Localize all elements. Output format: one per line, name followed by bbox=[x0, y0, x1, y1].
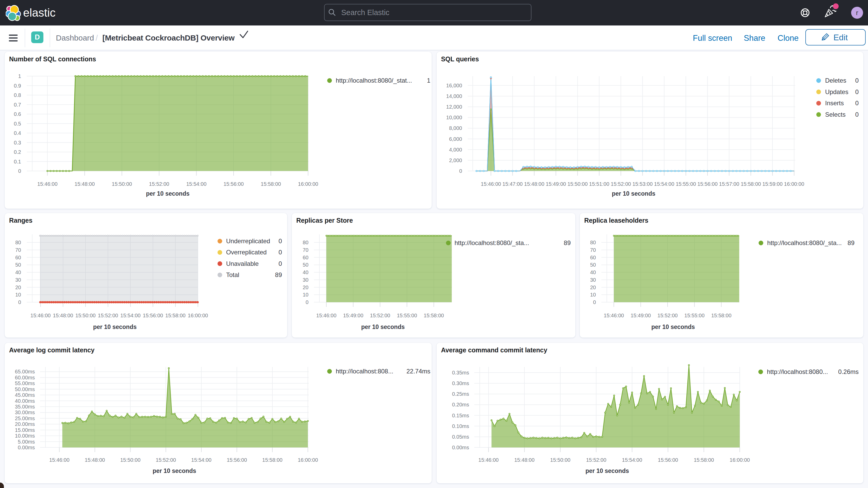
svg-text:15:50:00: 15:50:00 bbox=[550, 457, 570, 463]
svg-text:16:00:00: 16:00:00 bbox=[298, 181, 318, 187]
svg-text:0.4: 0.4 bbox=[14, 130, 21, 136]
svg-text:16:00:00: 16:00:00 bbox=[784, 181, 804, 187]
svg-text:4,000: 4,000 bbox=[449, 147, 462, 153]
svg-text:15:46:00: 15:46:00 bbox=[481, 181, 501, 187]
svg-text:Selects: Selects bbox=[825, 111, 846, 118]
svg-text:15:54:00: 15:54:00 bbox=[191, 457, 212, 463]
svg-text:per 10 seconds: per 10 seconds bbox=[146, 190, 189, 197]
svg-text:6,000: 6,000 bbox=[449, 136, 462, 142]
svg-text:15:54:00: 15:54:00 bbox=[120, 313, 141, 318]
svg-text:10: 10 bbox=[303, 292, 308, 298]
svg-text:0.3: 0.3 bbox=[14, 140, 21, 146]
svg-text:40: 40 bbox=[16, 270, 21, 275]
svg-text:70: 70 bbox=[303, 247, 308, 253]
svg-text:0: 0 bbox=[279, 260, 282, 267]
svg-text:60: 60 bbox=[590, 255, 596, 261]
svg-text:10: 10 bbox=[590, 292, 596, 298]
svg-text:15:50:00: 15:50:00 bbox=[75, 313, 96, 318]
svg-text:20: 20 bbox=[16, 284, 21, 290]
svg-text:0.05ms: 0.05ms bbox=[452, 434, 469, 440]
svg-text:10,000: 10,000 bbox=[446, 115, 462, 120]
svg-text:0: 0 bbox=[855, 88, 859, 95]
svg-text:Updates: Updates bbox=[825, 88, 848, 95]
svg-text:70: 70 bbox=[590, 247, 596, 253]
svg-text:60: 60 bbox=[16, 255, 21, 261]
svg-text:0.26ms: 0.26ms bbox=[838, 368, 859, 375]
svg-text:15:48:00: 15:48:00 bbox=[74, 181, 95, 187]
svg-text:16:00:00: 16:00:00 bbox=[298, 457, 318, 463]
svg-text:15:57:00: 15:57:00 bbox=[719, 181, 739, 187]
svg-text:60.00ms: 60.00ms bbox=[15, 375, 35, 380]
svg-text:per 10 seconds: per 10 seconds bbox=[361, 324, 405, 330]
svg-text:15:55:00: 15:55:00 bbox=[397, 313, 417, 318]
svg-text:http://localhost:8080...: http://localhost:8080... bbox=[767, 368, 828, 375]
svg-text:15:49:00: 15:49:00 bbox=[546, 181, 566, 187]
svg-text:15:58:00: 15:58:00 bbox=[261, 181, 281, 187]
svg-text:per 10 seconds: per 10 seconds bbox=[153, 467, 196, 474]
svg-text:0.20ms: 0.20ms bbox=[452, 402, 469, 407]
svg-text:http://localhost:808...: http://localhost:808... bbox=[336, 368, 393, 375]
svg-text:0.00ms: 0.00ms bbox=[452, 445, 469, 450]
svg-text:15:55:00: 15:55:00 bbox=[676, 181, 696, 187]
svg-text:15:54:00: 15:54:00 bbox=[186, 181, 207, 187]
svg-text:0: 0 bbox=[18, 299, 21, 305]
svg-text:0: 0 bbox=[855, 111, 859, 118]
svg-text:15:49:00: 15:49:00 bbox=[630, 313, 651, 318]
svg-text:2,000: 2,000 bbox=[449, 157, 462, 163]
svg-text:0: 0 bbox=[279, 238, 282, 245]
svg-text:15:46:00: 15:46:00 bbox=[478, 457, 499, 463]
svg-text:15:50:00: 15:50:00 bbox=[567, 181, 588, 187]
svg-text:0.9: 0.9 bbox=[14, 83, 21, 89]
svg-text:15:50:00: 15:50:00 bbox=[120, 457, 141, 463]
svg-text:Inserts: Inserts bbox=[825, 99, 844, 106]
svg-text:15:52:00: 15:52:00 bbox=[370, 313, 390, 318]
svg-text:0.35ms: 0.35ms bbox=[452, 370, 469, 375]
svg-text:15:52:00: 15:52:00 bbox=[657, 313, 678, 318]
svg-text:15:58:00: 15:58:00 bbox=[741, 181, 761, 187]
svg-text:Total: Total bbox=[226, 271, 239, 278]
svg-text:12,000: 12,000 bbox=[446, 104, 462, 110]
svg-text:per 10 seconds: per 10 seconds bbox=[651, 324, 695, 330]
svg-text:per 10 seconds: per 10 seconds bbox=[93, 324, 136, 330]
svg-text:55.00ms: 55.00ms bbox=[15, 380, 35, 386]
svg-text:10.00ms: 10.00ms bbox=[15, 433, 35, 439]
svg-text:15:52:00: 15:52:00 bbox=[149, 181, 169, 187]
svg-text:15:48:00: 15:48:00 bbox=[524, 181, 545, 187]
svg-text:http://localhost:8080/_sta...: http://localhost:8080/_sta... bbox=[455, 239, 529, 246]
svg-text:80: 80 bbox=[590, 240, 596, 245]
svg-text:20.00ms: 20.00ms bbox=[15, 421, 35, 427]
svg-text:16,000: 16,000 bbox=[446, 83, 462, 88]
svg-text:80: 80 bbox=[303, 240, 308, 245]
svg-text:89: 89 bbox=[564, 239, 571, 246]
svg-text:15:52:00: 15:52:00 bbox=[611, 181, 631, 187]
svg-text:80: 80 bbox=[16, 240, 21, 245]
svg-text:15:51:00: 15:51:00 bbox=[589, 181, 610, 187]
svg-text:30.00ms: 30.00ms bbox=[15, 409, 35, 415]
svg-text:15:55:00: 15:55:00 bbox=[684, 313, 705, 318]
svg-text:40.00ms: 40.00ms bbox=[15, 398, 35, 404]
svg-text:15:56:00: 15:56:00 bbox=[223, 181, 244, 187]
svg-text:30: 30 bbox=[303, 277, 308, 283]
svg-text:30: 30 bbox=[590, 277, 596, 283]
svg-text:50: 50 bbox=[16, 262, 21, 268]
svg-text:15:54:00: 15:54:00 bbox=[654, 181, 674, 187]
svg-text:15:46:00: 15:46:00 bbox=[30, 313, 51, 318]
svg-text:40: 40 bbox=[590, 270, 596, 275]
svg-text:0: 0 bbox=[459, 168, 462, 174]
svg-text:50.00ms: 50.00ms bbox=[15, 387, 35, 392]
svg-text:Underreplicated: Underreplicated bbox=[226, 238, 270, 245]
svg-text:http://localhost:8080/_stat...: http://localhost:8080/_stat... bbox=[336, 77, 412, 84]
svg-text:15:52:00: 15:52:00 bbox=[98, 313, 118, 318]
svg-text:60: 60 bbox=[303, 255, 308, 261]
svg-text:15:56:00: 15:56:00 bbox=[697, 181, 717, 187]
svg-text:15:49:00: 15:49:00 bbox=[343, 313, 363, 318]
svg-text:10: 10 bbox=[16, 292, 21, 298]
svg-text:15:56:00: 15:56:00 bbox=[143, 313, 163, 318]
svg-text:8,000: 8,000 bbox=[449, 125, 462, 131]
svg-text:15:52:00: 15:52:00 bbox=[156, 457, 176, 463]
svg-text:15:46:00: 15:46:00 bbox=[316, 313, 337, 318]
svg-text:per 10 seconds: per 10 seconds bbox=[612, 190, 655, 197]
svg-text:5.00ms: 5.00ms bbox=[18, 439, 35, 445]
svg-text:Overreplicated: Overreplicated bbox=[226, 249, 267, 256]
svg-text:per 10 seconds: per 10 seconds bbox=[586, 467, 629, 474]
